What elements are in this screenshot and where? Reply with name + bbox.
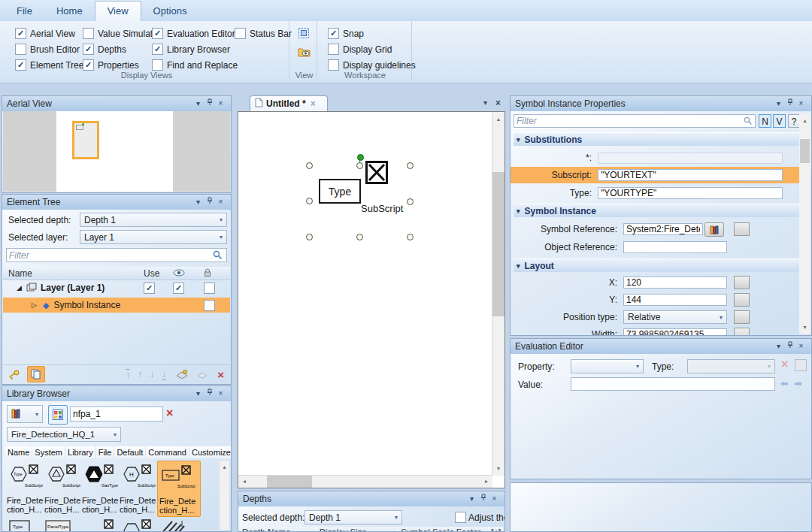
library-tab-default[interactable]: Default — [114, 446, 146, 458]
menu-tab-options[interactable]: Options — [141, 2, 199, 21]
library-tab-file[interactable]: File — [96, 446, 115, 458]
move-up-icon[interactable]: ↑ — [138, 369, 142, 379]
selection-handle[interactable] — [356, 234, 363, 240]
lock-checkbox[interactable] — [204, 283, 215, 294]
help-button[interactable]: ? — [788, 114, 800, 128]
scroll-right-icon[interactable]: ▸ — [483, 476, 490, 488]
evaluate-button[interactable] — [734, 222, 750, 236]
view-mode-grid-icon[interactable] — [48, 405, 68, 425]
section-symbol-instance[interactable]: ▾ Symbol Instance — [514, 204, 804, 217]
selection-handle[interactable] — [306, 198, 313, 204]
move-bottom-icon[interactable]: ↓ — [162, 369, 166, 380]
checkbox[interactable] — [328, 44, 339, 55]
scroll-up-icon[interactable]: ▴ — [492, 113, 504, 125]
pin-icon[interactable] — [204, 387, 215, 401]
subscript-value-field[interactable] — [598, 169, 783, 181]
scroll-left-icon[interactable]: ◂ — [241, 476, 248, 488]
width-value-field[interactable] — [623, 328, 727, 336]
scroll-thumb[interactable] — [800, 139, 810, 163]
library-scrollbar[interactable]: ▴ — [220, 461, 229, 530]
search-icon[interactable] — [213, 250, 223, 262]
checkbox[interactable]: ✓ — [152, 44, 163, 55]
tree-row-symbol-instance[interactable]: ▷ ◆ Symbol Instance — [3, 298, 230, 313]
library-item[interactable]: Type — [7, 518, 44, 532]
library-item[interactable] — [157, 518, 195, 532]
adjust-checkbox[interactable] — [455, 512, 466, 523]
ribbon-checkbox-properties[interactable]: ✓Properties — [83, 59, 139, 71]
position-type-dropdown[interactable]: Relative▾ — [623, 310, 727, 324]
ribbon-checkbox-depths[interactable]: ✓Depths — [83, 44, 126, 55]
selection-handle[interactable] — [356, 162, 363, 169]
selection-handle[interactable] — [407, 162, 414, 169]
move-down-icon[interactable]: ↓ — [150, 369, 154, 379]
delete-icon[interactable]: × — [781, 358, 788, 370]
evaluate-button[interactable] — [734, 276, 750, 289]
selected-layer-dropdown[interactable]: Layer 1▾ — [80, 230, 227, 244]
library-tab-system[interactable]: System — [32, 446, 65, 458]
scroll-up-icon[interactable]: ▴ — [220, 461, 229, 473]
close-icon[interactable]: × — [215, 97, 226, 110]
selection-handle[interactable] — [306, 234, 313, 240]
folder-eye-icon[interactable] — [297, 45, 311, 58]
close-icon[interactable]: × — [489, 492, 500, 506]
checkbox[interactable] — [15, 44, 26, 55]
collapsed-triangle-icon[interactable]: ▷ — [32, 301, 37, 309]
ribbon-checkbox-display-guidelines[interactable]: Display guidelines — [328, 59, 416, 71]
clear-search-icon[interactable]: × — [166, 407, 173, 419]
move-top-icon[interactable]: ↑ — [126, 369, 130, 380]
scroll-up-icon[interactable]: ▴ — [799, 115, 810, 126]
checkbox[interactable]: ✓ — [328, 28, 339, 39]
column-header[interactable]: Symbol Scale Factor — [398, 527, 489, 532]
column-header[interactable]: Depth Name — [239, 527, 317, 532]
visible-checkbox[interactable]: ✓ — [173, 283, 184, 294]
y-value-field[interactable] — [623, 294, 727, 306]
delete-icon[interactable]: × — [217, 369, 224, 380]
pin-icon[interactable] — [204, 97, 215, 110]
lock-icon[interactable] — [203, 268, 230, 280]
vscroll-thumb[interactable] — [492, 172, 504, 316]
chevron-down-icon[interactable]: ▾ — [773, 340, 784, 353]
library-tab-library[interactable]: Library — [65, 446, 96, 458]
eval-checkbox[interactable] — [795, 359, 807, 371]
aerial-viewport-rect[interactable] — [72, 121, 99, 159]
section-layout[interactable]: ▾ Layout — [514, 258, 804, 272]
pin-icon[interactable] — [204, 195, 215, 209]
stamp-icon[interactable] — [175, 369, 189, 379]
object-reference-field[interactable] — [623, 241, 727, 253]
browse-library-button[interactable] — [704, 222, 724, 237]
symbol-reference-field[interactable] — [623, 223, 703, 235]
chevron-down-icon[interactable]: ▾ — [192, 387, 204, 401]
collapse-triangle-icon[interactable]: ▾ — [517, 207, 520, 215]
name-column-header[interactable]: Name — [3, 268, 144, 279]
canvas-vscrollbar[interactable]: ▴ ▾ — [492, 112, 504, 476]
library-source-button[interactable]: ▾ — [7, 405, 43, 423]
chevron-down-icon[interactable]: ▾ — [466, 492, 477, 506]
ribbon-checkbox-brush-editor[interactable]: Brush Editor — [15, 44, 80, 55]
library-item[interactable] — [82, 518, 120, 532]
library-tab-customized[interactable]: Customized — [189, 446, 232, 458]
eval-value-input[interactable] — [571, 377, 775, 391]
library-tab-name[interactable]: Name — [5, 446, 32, 458]
eval-property-dropdown[interactable]: ▾ — [571, 359, 644, 373]
close-icon[interactable]: × — [795, 340, 807, 353]
library-item[interactable]: PanelType — [44, 518, 82, 532]
paste-icon[interactable] — [27, 366, 45, 382]
eye-icon[interactable] — [173, 268, 203, 279]
zoom-grid-icon[interactable] — [297, 26, 311, 41]
filter-names-button[interactable]: N — [759, 114, 771, 128]
expanded-triangle-icon[interactable]: ◢ — [17, 284, 22, 292]
document-tab[interactable]: Untitled * × — [250, 95, 328, 111]
arrow-left-icon[interactable]: ⬅ — [780, 378, 789, 389]
library-item-selected[interactable]: Type SubScript Fire_Detection_H... — [157, 461, 201, 517]
type-value-field[interactable] — [598, 187, 783, 199]
library-item[interactable] — [120, 518, 157, 532]
pin-icon[interactable] — [784, 340, 795, 353]
chevron-down-icon[interactable]: ▾ — [192, 97, 204, 110]
ribbon-checkbox-find-and-replace[interactable]: Find and Replace — [152, 59, 238, 71]
section-substitutions[interactable]: ▾ Substitutions — [514, 132, 804, 146]
filter-values-button[interactable]: V — [773, 114, 786, 128]
symbol-type-box[interactable]: Type — [319, 179, 361, 204]
ribbon-checkbox-snap[interactable]: ✓Snap — [328, 28, 364, 39]
library-item[interactable]: GasType Fire_Detection_H... — [82, 462, 120, 514]
evaluate-button[interactable] — [734, 328, 750, 336]
